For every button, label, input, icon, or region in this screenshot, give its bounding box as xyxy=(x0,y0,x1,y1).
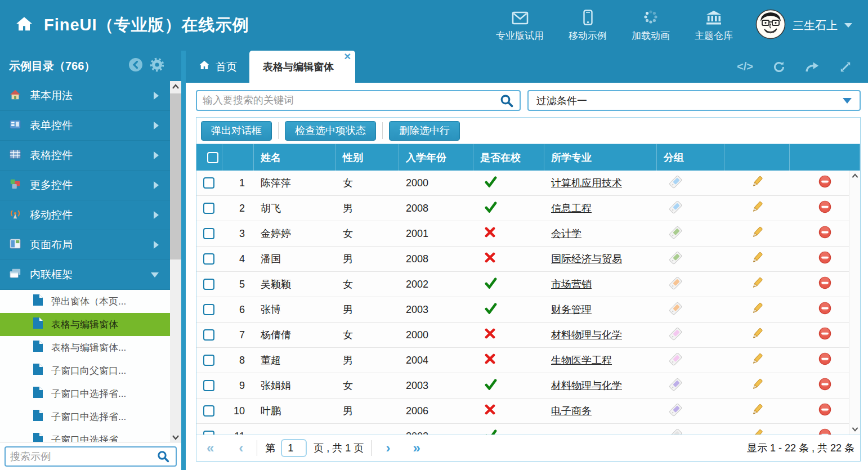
sidebar-menu-cubes[interactable]: 更多控件 xyxy=(0,171,170,200)
refresh-icon[interactable] xyxy=(772,60,786,74)
delete-icon[interactable] xyxy=(818,226,831,241)
sidebar-subitem[interactable]: 子窗口向父窗口... xyxy=(0,359,170,382)
tab-close-icon[interactable]: ✕ xyxy=(344,52,351,61)
tag-icon[interactable] xyxy=(668,402,683,420)
edit-pencil-icon[interactable] xyxy=(750,200,764,217)
toolbar-button-2[interactable]: 检查选中项状态 xyxy=(285,121,376,141)
major-link[interactable]: 材料物理与化学 xyxy=(551,328,622,342)
table-scrollbar[interactable] xyxy=(849,171,860,435)
delete-icon[interactable] xyxy=(818,302,831,317)
tag-icon[interactable] xyxy=(668,377,683,395)
delete-icon[interactable] xyxy=(818,352,831,368)
top-nav-item-envelope[interactable]: 专业版试用 xyxy=(496,8,544,42)
edit-pencil-icon[interactable] xyxy=(750,175,764,191)
top-nav-item-spinner[interactable]: 加载动画 xyxy=(632,8,670,42)
major-link[interactable]: 国际经济与贸易 xyxy=(551,252,622,266)
row-checkbox[interactable] xyxy=(203,203,214,214)
edit-pencil-icon[interactable] xyxy=(750,276,764,293)
row-checkbox[interactable] xyxy=(203,279,214,290)
filter-dropdown[interactable]: 过滤条件一 xyxy=(527,90,861,111)
top-nav-item-mobile[interactable]: 移动示例 xyxy=(569,8,607,42)
collapse-sidebar-icon[interactable] xyxy=(128,57,143,75)
edit-pencil-icon[interactable] xyxy=(750,403,764,419)
row-checkbox[interactable] xyxy=(203,355,214,366)
sidebar-menu-grid[interactable]: 表格控件 xyxy=(0,141,170,171)
prev-page-icon[interactable]: ‹ xyxy=(239,442,243,454)
delete-icon[interactable] xyxy=(818,378,831,393)
major-link[interactable]: 市场营销 xyxy=(551,277,592,291)
first-page-icon[interactable]: « xyxy=(207,442,214,454)
tab-home[interactable]: 首页 xyxy=(186,51,249,83)
tag-icon[interactable] xyxy=(668,200,683,217)
scrollbar-thumb[interactable] xyxy=(170,93,181,259)
tag-icon[interactable] xyxy=(668,428,683,435)
fullscreen-expand-icon[interactable] xyxy=(839,60,852,74)
tag-icon[interactable] xyxy=(668,225,683,243)
delete-icon[interactable] xyxy=(818,175,831,191)
delete-icon[interactable] xyxy=(818,251,831,267)
sidebar-menu-frames[interactable]: 内联框架 xyxy=(0,260,170,290)
delete-icon[interactable] xyxy=(818,428,831,435)
major-link[interactable]: 会计学 xyxy=(551,227,581,240)
select-all-checkbox[interactable] xyxy=(207,152,218,163)
row-checkbox[interactable] xyxy=(203,228,214,239)
keyword-search-input[interactable] xyxy=(197,95,494,106)
table-scroll-up-icon[interactable] xyxy=(851,173,859,179)
tag-icon[interactable] xyxy=(668,174,683,192)
tag-icon[interactable] xyxy=(668,276,683,293)
sidebar-menu-layout[interactable]: 页面布局 xyxy=(0,230,170,260)
sidebar-subitem[interactable]: 弹出窗体（本页... xyxy=(0,290,170,313)
row-checkbox[interactable] xyxy=(203,304,214,315)
tag-icon[interactable] xyxy=(668,352,683,369)
last-page-icon[interactable]: » xyxy=(413,442,420,454)
edit-pencil-icon[interactable] xyxy=(750,302,764,318)
share-icon[interactable] xyxy=(805,60,820,74)
toolbar-button-3[interactable]: 删除选中行 xyxy=(389,121,460,141)
major-link[interactable]: 电子商务 xyxy=(551,404,592,418)
edit-pencil-icon[interactable] xyxy=(750,226,764,242)
sidebar-subitem[interactable]: 子窗口中选择省 xyxy=(0,428,170,443)
settings-gear-icon[interactable] xyxy=(150,57,164,75)
view-source-code-icon[interactable]: </> xyxy=(737,60,753,73)
tag-icon[interactable] xyxy=(668,250,683,268)
toolbar-button-1[interactable]: 弹出对话框 xyxy=(201,121,272,141)
row-checkbox[interactable] xyxy=(203,380,214,391)
edit-pencil-icon[interactable] xyxy=(750,327,764,343)
sidebar-subitem[interactable]: 子窗口中选择省... xyxy=(0,382,170,405)
sidebar-subitem[interactable]: 表格与编辑窗体 xyxy=(0,313,170,336)
edit-pencil-icon[interactable] xyxy=(750,352,764,369)
edit-pencil-icon[interactable] xyxy=(750,378,764,394)
page-number-input[interactable] xyxy=(281,439,307,457)
row-checkbox[interactable] xyxy=(203,431,214,435)
sidebar-search-icon[interactable] xyxy=(151,450,176,463)
sidebar-subitem[interactable]: 表格与编辑窗体... xyxy=(0,336,170,359)
delete-icon[interactable] xyxy=(818,327,831,343)
top-nav-item-bank[interactable]: 主题仓库 xyxy=(695,8,733,42)
scroll-down-icon[interactable] xyxy=(172,434,180,441)
tag-icon[interactable] xyxy=(668,326,683,344)
delete-icon[interactable] xyxy=(818,276,831,292)
delete-icon[interactable] xyxy=(818,403,831,419)
sidebar-splitter[interactable] xyxy=(181,51,186,470)
user-menu[interactable]: 三生石上 xyxy=(733,9,868,42)
sidebar-menu-form[interactable]: 表单控件 xyxy=(0,111,170,141)
major-link[interactable]: 信息工程 xyxy=(551,202,592,215)
brand[interactable]: FineUI（专业版）在线示例 xyxy=(0,14,249,37)
row-checkbox[interactable] xyxy=(203,177,214,189)
major-link[interactable]: 计算机应用技术 xyxy=(551,176,622,190)
edit-pencil-icon[interactable] xyxy=(750,251,764,267)
sidebar-menu-home[interactable]: 基本用法 xyxy=(0,81,170,111)
row-checkbox[interactable] xyxy=(203,253,214,265)
tab-active[interactable]: 表格与编辑窗体 ✕ xyxy=(249,51,355,83)
row-checkbox[interactable] xyxy=(203,329,214,341)
table-scroll-down-icon[interactable] xyxy=(851,426,859,432)
sidebar-search-input[interactable] xyxy=(6,451,151,463)
next-page-icon[interactable]: › xyxy=(386,442,390,454)
edit-pencil-icon[interactable] xyxy=(750,428,764,435)
sidebar-scrollbar[interactable] xyxy=(170,81,181,443)
scroll-up-icon[interactable] xyxy=(172,83,180,90)
major-link[interactable]: 生物医学工程 xyxy=(551,353,612,367)
row-checkbox[interactable] xyxy=(203,405,214,417)
tag-icon[interactable] xyxy=(668,301,683,319)
major-link[interactable]: 财务管理 xyxy=(551,303,592,316)
